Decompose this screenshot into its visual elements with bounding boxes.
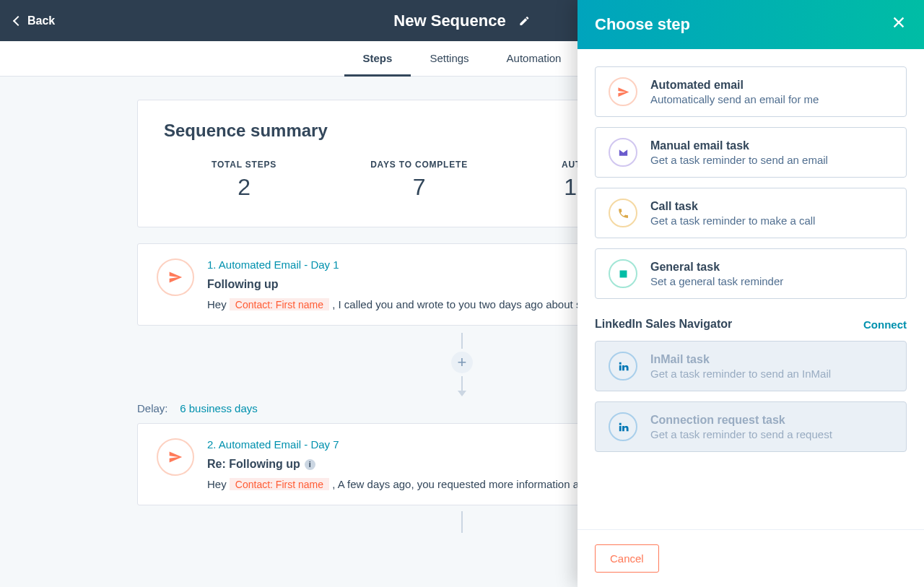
page-title: New Sequence [393, 12, 505, 30]
option-desc: Automatically send an email for me [650, 93, 819, 105]
back-button[interactable]: Back [14, 14, 55, 27]
envelope-icon [609, 138, 637, 167]
option-automated-email[interactable]: Automated email Automatically send an em… [595, 66, 907, 117]
stat-days: DAYS TO COMPLETE 7 [370, 160, 468, 201]
connector-line [461, 333, 463, 349]
option-desc: Get a task reminder to send a request [650, 428, 832, 440]
automated-email-icon [157, 438, 194, 476]
tab-steps[interactable]: Steps [344, 41, 411, 77]
option-title: General task [650, 261, 783, 274]
merge-token: Contact: First name [230, 298, 329, 310]
delay-label: Delay: [137, 402, 168, 414]
add-step-button[interactable]: + [451, 352, 473, 373]
info-icon[interactable]: i [305, 459, 315, 470]
delay-value[interactable]: 6 business days [180, 402, 258, 414]
calendar-icon [609, 259, 637, 288]
linkedin-icon [609, 352, 637, 381]
option-title: Connection request task [650, 414, 832, 427]
stat-total-steps: TOTAL STEPS 2 [212, 160, 276, 201]
edit-title-button[interactable] [519, 15, 531, 27]
option-call-task[interactable]: Call task Get a task reminder to make a … [595, 188, 907, 238]
stat-value: 2 [212, 174, 276, 201]
option-title: Automated email [650, 79, 819, 92]
option-general-task[interactable]: General task Set a general task reminder [595, 248, 907, 299]
arrow-down-icon [458, 391, 466, 396]
panel-footer: Cancel [578, 529, 924, 587]
option-desc: Get a task reminder to send an InMail [650, 368, 831, 380]
panel-body: Automated email Automatically send an em… [578, 49, 924, 529]
option-title: Call task [650, 200, 815, 213]
merge-token: Contact: First name [230, 478, 329, 490]
option-inmail-task: InMail task Get a task reminder to send … [595, 341, 907, 391]
linkedin-title: LinkedIn Sales Navigator [595, 318, 732, 331]
choose-step-panel: Choose step Automated email Automaticall… [578, 0, 924, 587]
stat-label: TOTAL STEPS [212, 160, 276, 170]
option-desc: Get a task reminder to make a call [650, 214, 815, 227]
tab-automation[interactable]: Automation [488, 41, 580, 77]
connector-line [461, 376, 463, 392]
option-title: Manual email task [650, 139, 828, 152]
stat-value: 7 [370, 174, 468, 201]
chevron-left-icon [13, 15, 23, 25]
step-connector: + [451, 333, 473, 396]
phone-icon [609, 199, 637, 227]
panel-header: Choose step [578, 0, 924, 49]
option-title: InMail task [650, 353, 831, 366]
linkedin-icon [609, 412, 637, 441]
tab-settings[interactable]: Settings [411, 41, 487, 77]
option-desc: Get a task reminder to send an email [650, 154, 828, 166]
option-manual-email[interactable]: Manual email task Get a task reminder to… [595, 127, 907, 178]
connector-line [461, 511, 463, 533]
option-connection-request-task: Connection request task Get a task remin… [595, 401, 907, 452]
option-desc: Set a general task reminder [650, 275, 783, 287]
linkedin-section-header: LinkedIn Sales Navigator Connect [595, 318, 907, 331]
panel-title: Choose step [595, 15, 690, 34]
paper-plane-icon [609, 77, 637, 106]
linkedin-connect-link[interactable]: Connect [863, 318, 907, 331]
page-title-wrap: New Sequence [393, 12, 530, 30]
stat-label: DAYS TO COMPLETE [370, 160, 468, 170]
automated-email-icon [157, 258, 194, 296]
panel-close-button[interactable] [891, 14, 907, 35]
back-label: Back [27, 14, 55, 27]
cancel-button[interactable]: Cancel [595, 544, 659, 573]
